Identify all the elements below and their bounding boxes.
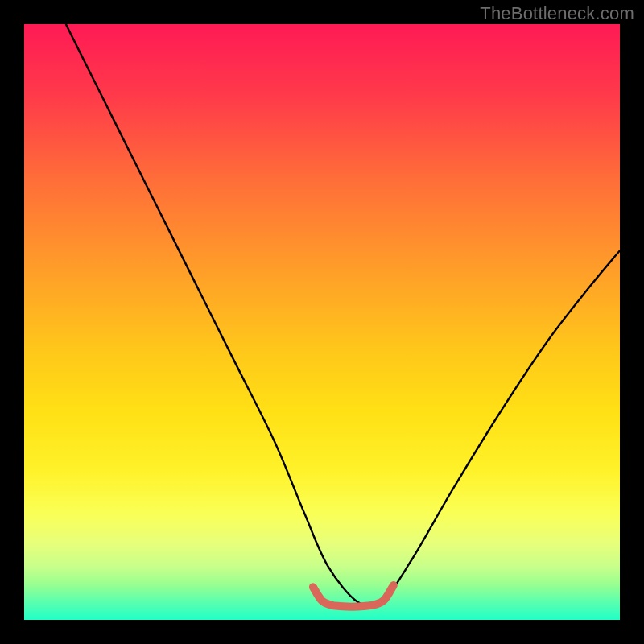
curve-black [66, 24, 620, 607]
plot-area [24, 24, 620, 620]
chart-svg [24, 24, 620, 620]
watermark-text: TheBottleneck.com [480, 3, 634, 24]
flat-bottom-red [313, 585, 394, 607]
chart-frame: TheBottleneck.com [0, 0, 644, 644]
